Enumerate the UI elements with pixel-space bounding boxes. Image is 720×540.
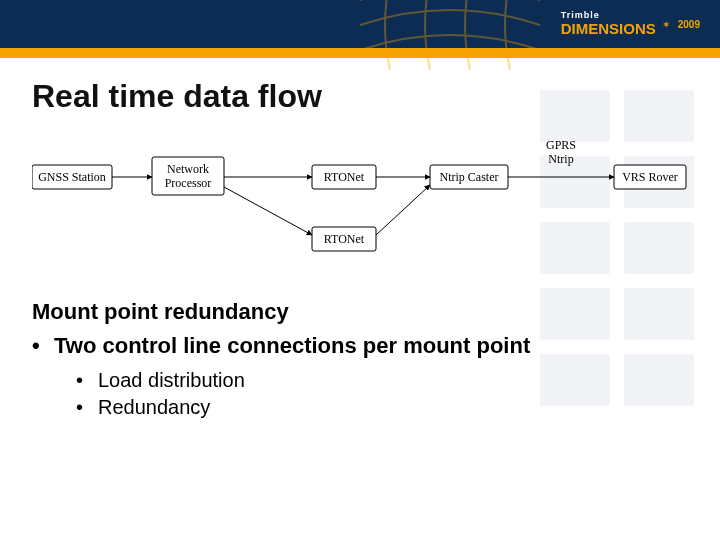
node-rtonet2-label: RTONet	[324, 232, 365, 246]
node-rtonet-bottom: RTONet	[312, 227, 376, 251]
brand-block: Trimble DIMENSIONS ✶ 2009	[561, 10, 700, 38]
node-netproc-label2: Processor	[165, 176, 212, 190]
brand-year: 2009	[678, 19, 700, 30]
section-heading: Mount point redundancy	[32, 299, 688, 325]
bullet-load-distribution: Load distribution	[32, 369, 688, 392]
brand-product: DIMENSIONS	[561, 20, 656, 37]
edge-label-line1: GPRS	[546, 138, 576, 152]
node-caster-label: Ntrip Caster	[440, 170, 499, 184]
bullet-control-lines: Two control line connections per mount p…	[32, 333, 688, 359]
bullet-section: Mount point redundancy Two control line …	[32, 299, 688, 419]
node-network-processor: Network Processor	[152, 157, 224, 195]
star-icon: ✶	[662, 19, 670, 30]
bullet-redundancy: Redundancy	[32, 396, 688, 419]
node-netproc-label1: Network	[167, 162, 209, 176]
header-bar: Trimble DIMENSIONS ✶ 2009	[0, 0, 720, 48]
node-gnss-label: GNSS Station	[38, 170, 106, 184]
edge-netproc-to-rtonet2	[224, 187, 312, 235]
node-gnss: GNSS Station	[32, 165, 112, 189]
edge-label-line2: Ntrip	[548, 152, 573, 166]
edge-rtonet2-to-caster	[376, 185, 430, 235]
brand-company: Trimble	[561, 10, 656, 20]
data-flow-diagram: GNSS Station Network Processor RTONet RT…	[32, 135, 688, 275]
node-rover-label: VRS Rover	[622, 170, 678, 184]
node-ntrip-caster: Ntrip Caster	[430, 165, 508, 189]
slide-title: Real time data flow	[32, 78, 688, 115]
node-rtonet1-label: RTONet	[324, 170, 365, 184]
node-vrs-rover: VRS Rover	[614, 165, 686, 189]
content-area: Real time data flow GNSS Station Network…	[0, 58, 720, 443]
node-rtonet-top: RTONet	[312, 165, 376, 189]
